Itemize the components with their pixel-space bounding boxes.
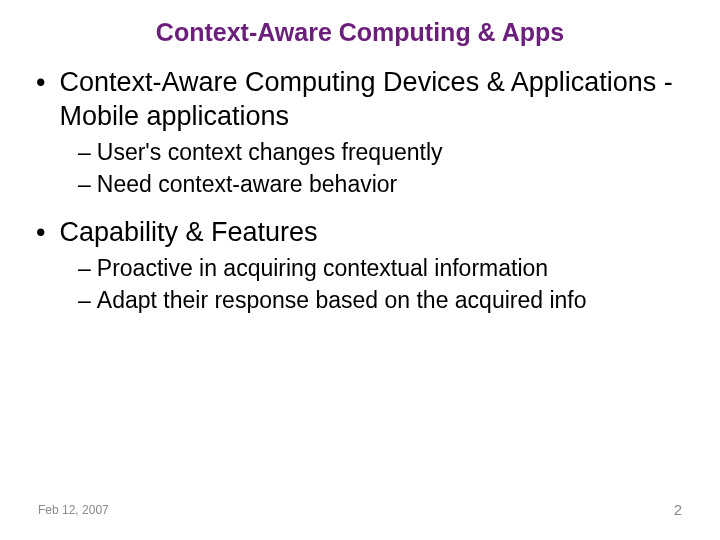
bullet-dash-icon: –: [78, 253, 91, 283]
bullet-level2: – Need context-aware behavior: [78, 169, 690, 199]
footer-page-number: 2: [674, 501, 682, 518]
bullet-dot-icon: •: [36, 65, 45, 99]
bullet-dash-icon: –: [78, 169, 91, 199]
bullet-level2: – User's context changes frequently: [78, 137, 690, 167]
bullet-level1: • Context-Aware Computing Devices & Appl…: [30, 65, 690, 133]
slide-title: Context-Aware Computing & Apps: [30, 18, 690, 47]
bullet-dash-icon: –: [78, 285, 91, 315]
bullet-dash-icon: –: [78, 137, 91, 167]
slide-footer: Feb 12, 2007 2: [38, 501, 682, 518]
bullet-text: Need context-aware behavior: [97, 169, 397, 199]
bullet-dot-icon: •: [36, 215, 45, 249]
bullet-text: User's context changes frequently: [97, 137, 443, 167]
bullet-level1: • Capability & Features: [30, 215, 690, 249]
bullet-level2: – Adapt their response based on the acqu…: [78, 285, 690, 315]
bullet-text: Context-Aware Computing Devices & Applic…: [59, 65, 690, 133]
bullet-level2: – Proactive in acquiring contextual info…: [78, 253, 690, 283]
footer-date: Feb 12, 2007: [38, 503, 109, 517]
bullet-text: Adapt their response based on the acquir…: [97, 285, 587, 315]
bullet-text: Proactive in acquiring contextual inform…: [97, 253, 548, 283]
bullet-text: Capability & Features: [59, 215, 317, 249]
